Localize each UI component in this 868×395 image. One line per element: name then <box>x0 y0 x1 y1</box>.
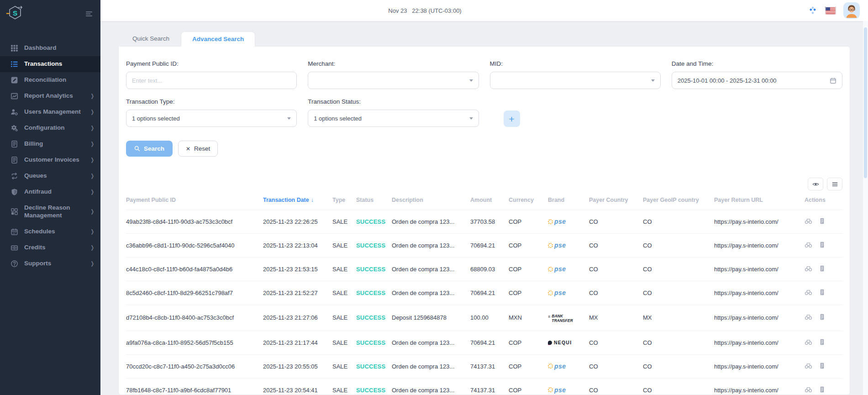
view-details-button[interactable] <box>805 241 812 248</box>
scrollbar-thumb[interactable] <box>864 27 867 178</box>
view-details-button[interactable] <box>805 265 812 272</box>
pse-sun-icon <box>548 363 553 369</box>
bank-transfer-brand-logo: ≡BANK TRANSFER <box>548 314 574 323</box>
view-details-button[interactable] <box>805 386 812 393</box>
supports-icon <box>11 260 18 268</box>
view-details-button[interactable] <box>805 338 812 346</box>
col-header-currency: Currency <box>509 194 548 210</box>
payer-geoip-country-cell: CO <box>643 378 714 395</box>
nequi-dot-icon <box>548 341 552 345</box>
table-controls <box>126 178 842 190</box>
add-filter-cell: + <box>490 98 661 127</box>
amount-cell: 37703.58 <box>470 210 509 234</box>
receipt-button[interactable] <box>818 265 826 272</box>
type-cell: SALE <box>332 210 356 234</box>
payment-public-id-cell: 8c5d2460-c8cf-11f0-8d29-66251c798af7 <box>126 281 263 305</box>
sidebar-item-credits[interactable]: Credits❯ <box>0 240 100 256</box>
currency-cell: COP <box>509 378 548 395</box>
sidebar-item-decline-reason-management[interactable]: Decline Reason Management❯ <box>0 200 100 224</box>
date-range-input[interactable]: 2025-10-01 00:00 - 2025-12-31 00:00 <box>672 72 842 89</box>
transaction-status-field: Transaction Status: 1 options selected <box>308 98 479 127</box>
description-cell: Orden de compra 123... <box>392 354 470 378</box>
nequi-brand-logo: NEQUI <box>548 340 572 345</box>
transactions-tbody: 49ab23f8-c8d4-11f0-90d3-ac753c3c0bcf2025… <box>126 210 843 395</box>
mid-select[interactable] <box>490 72 661 89</box>
sidebar-item-users-management[interactable]: Users Management❯ <box>0 104 100 120</box>
actions-cell <box>805 281 843 305</box>
search-button[interactable]: Search <box>126 141 173 157</box>
sidebar-item-transactions[interactable]: Transactions <box>0 56 100 72</box>
transactions-icon <box>11 60 18 68</box>
view-details-button[interactable] <box>805 289 812 296</box>
amount-cell: 74137.31 <box>470 378 509 395</box>
sidebar-item-queues[interactable]: Queues❯ <box>0 168 100 184</box>
chevron-down-icon <box>287 117 291 120</box>
transaction-date-cell: 2025-11-23 21:17:44 <box>263 331 332 354</box>
apps-cluster-icon[interactable] <box>808 5 818 16</box>
pse-brand-logo: pse <box>548 363 566 370</box>
sidebar-item-customer-invoices[interactable]: Customer Invoices❯ <box>0 152 100 168</box>
sidebar-item-billing[interactable]: Billing❯ <box>0 136 100 152</box>
transaction-status-select[interactable]: 1 options selected <box>308 110 479 127</box>
language-flag-icon[interactable] <box>825 7 836 15</box>
tab-quick-search[interactable]: Quick Search <box>121 31 181 46</box>
col-header-payer-return-url: Payer Return URL <box>714 194 805 210</box>
description-cell: Orden de compra 123... <box>392 378 470 395</box>
sidebar-item-schedules[interactable]: Schedules❯ <box>0 224 100 240</box>
sidebar-item-antifraud[interactable]: Antifraud❯ <box>0 184 100 200</box>
tab-advanced-search[interactable]: Advanced Search <box>181 32 255 47</box>
receipt-button[interactable] <box>818 217 826 225</box>
col-header-transaction-date[interactable]: Transaction Date↓ <box>263 194 332 210</box>
sidebar-item-reconciliation[interactable]: Reconciliation <box>0 72 100 88</box>
user-avatar[interactable] <box>843 2 860 19</box>
receipt-button[interactable] <box>818 241 826 248</box>
col-header-type: Type <box>332 194 356 210</box>
payer-geoip-country-cell: CO <box>643 258 714 281</box>
transaction-date-cell: 2025-11-23 21:27:06 <box>263 305 332 331</box>
table-menu-button[interactable] <box>827 178 842 190</box>
sidebar-item-supports[interactable]: Supports❯ <box>0 256 100 272</box>
payer-country-cell: CO <box>589 210 643 234</box>
status-cell: SUCCESS <box>356 281 392 305</box>
sidebar-item-label: Report Analytics <box>24 92 84 100</box>
receipt-button[interactable] <box>818 289 826 296</box>
view-details-button[interactable] <box>805 313 812 321</box>
calendar-icon[interactable] <box>830 77 836 84</box>
date-and-time-field: Date and Time: 2025-10-01 00:00 - 2025-1… <box>672 60 842 89</box>
transaction-date-cell: 2025-11-23 22:26:25 <box>263 210 332 234</box>
sidebar-item-configuration[interactable]: Configuration❯ <box>0 120 100 136</box>
sidebar-item-report-analytics[interactable]: Report Analytics❯ <box>0 88 100 104</box>
transaction-date-cell: 2025-11-23 20:55:05 <box>263 354 332 378</box>
toggle-columns-button[interactable] <box>808 178 823 190</box>
sidebar-collapse-icon[interactable] <box>85 11 93 17</box>
transaction-type-select[interactable]: 1 options selected <box>126 110 297 127</box>
reset-button[interactable]: ✕ Reset <box>178 141 218 157</box>
actions-cell <box>805 354 843 378</box>
sidebar-item-dashboard[interactable]: Dashboard <box>0 40 100 56</box>
type-cell: SALE <box>332 258 356 281</box>
merchant-select[interactable] <box>308 72 479 89</box>
actions-cell <box>805 234 843 258</box>
receipt-button[interactable] <box>818 338 826 346</box>
description-cell: Orden de compra 123... <box>392 210 470 234</box>
receipt-button[interactable] <box>818 362 826 369</box>
payer-geoip-country-cell: CO <box>643 234 714 258</box>
brand-cell: ≡BANK TRANSFER <box>548 305 589 331</box>
payer-geoip-country-cell: CO <box>643 331 714 354</box>
payer-return-url-cell: https://pay.s-interio.com/ <box>714 210 805 234</box>
view-details-button[interactable] <box>805 362 812 369</box>
payment-public-id-input[interactable] <box>126 72 297 89</box>
status-cell: SUCCESS <box>356 305 392 331</box>
sidebar-header: S <box>0 0 100 24</box>
svg-text:S: S <box>13 9 17 17</box>
add-filter-button[interactable]: + <box>504 111 520 127</box>
sidebar: S DashboardTransactionsReconciliationRep… <box>0 0 100 395</box>
view-details-button[interactable] <box>805 217 812 225</box>
advanced-search-panel: Payment Public ID: Merchant: MID: <box>118 46 850 395</box>
receipt-button[interactable] <box>818 313 826 321</box>
receipt-button[interactable] <box>818 386 826 393</box>
eye-icon <box>812 181 819 188</box>
scrollbar <box>863 21 868 395</box>
payer-return-url-cell: https://pay.s-interio.com/ <box>714 258 805 281</box>
transaction-status-value: 1 options selected <box>314 115 469 122</box>
